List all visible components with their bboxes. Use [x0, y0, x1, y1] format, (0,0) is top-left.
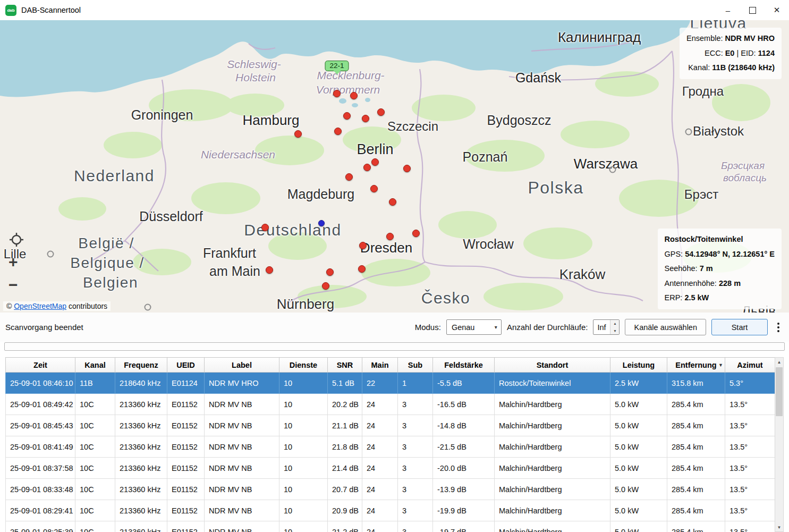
transmitter-dot[interactable]	[326, 268, 334, 276]
select-channels-button[interactable]: Kanäle auswählen	[625, 319, 706, 335]
table-cell: 285.4 km	[667, 458, 725, 479]
table-cell: 20.7 dB	[328, 479, 362, 500]
table-row[interactable]: 25-09-01 08:46:1011B218640 kHzE01124NDR …	[6, 373, 775, 394]
transmitter-dot[interactable]	[363, 164, 371, 171]
transmitter-dot[interactable]	[322, 282, 329, 290]
column-header-zeit[interactable]: Zeit	[6, 358, 75, 373]
spinner-buttons[interactable]: ▲ ▼	[610, 320, 619, 334]
map-place-label: Groningen	[131, 107, 193, 123]
transmitter-dot[interactable]	[294, 130, 302, 138]
selected-transmitter-marker[interactable]: 22-1	[325, 61, 349, 71]
transmitter-dot[interactable]	[362, 115, 369, 122]
transmitter-dot[interactable]	[343, 112, 351, 120]
transmitter-dot[interactable]	[389, 198, 396, 206]
erp-label: ERP:	[665, 293, 683, 302]
zoom-in-icon: +	[9, 253, 18, 271]
table-cell: 25-09-01 08:49:42	[6, 394, 75, 415]
table-cell: Rostock/Toitenwinkel	[495, 373, 610, 394]
column-header-main[interactable]: Main	[362, 358, 398, 373]
column-header-sub[interactable]: Sub	[398, 358, 433, 373]
openstreetmap-link[interactable]: OpenStreetMap	[14, 302, 66, 310]
table-cell: Malchin/Hardtberg	[495, 500, 610, 521]
runs-spinner[interactable]: Inf ▲ ▼	[593, 319, 620, 335]
transmitter-dot[interactable]	[261, 224, 269, 231]
antenna-height-value: 228 m	[719, 279, 741, 288]
transmitter-dot[interactable]	[358, 265, 366, 273]
map-place-label: am Main	[209, 264, 260, 279]
column-header-dienste[interactable]: Dienste	[279, 358, 328, 373]
table-cell: E01152	[167, 458, 205, 479]
transmitter-dot[interactable]	[386, 233, 394, 240]
transmitter-dot[interactable]	[359, 242, 367, 249]
table-row[interactable]: 25-09-01 08:49:4210C213360 kHzE01152NDR …	[6, 394, 775, 415]
modus-value: Genau	[452, 323, 475, 332]
elevation-label: Seehöhe:	[665, 264, 698, 273]
kebab-menu-icon	[777, 323, 779, 325]
map-place-label: Białystok	[693, 124, 744, 139]
receiver-position-dot[interactable]	[318, 220, 325, 226]
map-place-label: Schleswig-	[227, 58, 281, 71]
chevron-down-icon: ▾	[495, 324, 497, 330]
transmitter-dot[interactable]	[350, 92, 358, 99]
map[interactable]: LietuvaКалининградSchleswig-HolsteinMeck…	[0, 20, 789, 313]
table-row[interactable]: 25-09-01 08:29:4110C213360 kHzE01152NDR …	[6, 500, 775, 521]
maximize-icon	[749, 7, 756, 14]
transmitter-dot[interactable]	[345, 173, 353, 181]
scroll-down-button[interactable]: ▼	[775, 523, 783, 531]
column-header-azimut[interactable]: Azimut	[725, 358, 775, 373]
town-ring-icon	[47, 251, 54, 258]
map-place-label: België /	[78, 235, 134, 252]
table-cell: -14.8 dB	[433, 415, 495, 436]
transmitter-dot[interactable]	[266, 266, 273, 274]
map-place-label: Dresden	[360, 240, 412, 256]
column-header-leistung[interactable]: Leistung	[610, 358, 667, 373]
minimize-button[interactable]: –	[716, 0, 740, 20]
zoom-out-button[interactable]: −	[9, 277, 18, 293]
transmitter-dot[interactable]	[403, 165, 411, 172]
eid-value: 1124	[758, 49, 775, 57]
column-header-feldst-rke[interactable]: Feldstärke	[433, 358, 495, 373]
table-scrollbar[interactable]: ▲ ▼	[775, 357, 784, 532]
table-cell: 10C	[75, 479, 115, 500]
transmitter-dot[interactable]	[371, 158, 379, 166]
table-cell: Malchin/Hardtberg	[495, 415, 610, 436]
table-cell: 21.2 dB	[328, 521, 362, 532]
results-table: ZeitKanalFrequenzUEIDLabelDiensteSNRMain…	[5, 357, 775, 532]
spinner-down-icon[interactable]: ▼	[610, 327, 619, 335]
zoom-in-button[interactable]: +	[9, 254, 18, 270]
locate-button[interactable]	[9, 232, 24, 250]
column-header-frequenz[interactable]: Frequenz	[115, 358, 167, 373]
column-header-entfernung[interactable]: Entfernung▼	[667, 358, 725, 373]
kanal-label: Kanal:	[688, 63, 710, 72]
scroll-up-button[interactable]: ▲	[775, 358, 783, 366]
table-cell: 13.5°	[725, 458, 775, 479]
column-header-standort[interactable]: Standort	[495, 358, 610, 373]
table-row[interactable]: 25-09-01 08:33:4810C213360 kHzE01152NDR …	[6, 479, 775, 500]
modus-dropdown[interactable]: Genau ▾	[446, 319, 502, 335]
table-cell: 10C	[75, 458, 115, 479]
separator: |	[736, 49, 739, 57]
spinner-up-icon[interactable]: ▲	[610, 320, 619, 327]
transmitter-dot[interactable]	[412, 230, 420, 237]
table-row[interactable]: 25-09-01 08:41:4910C213360 kHzE01152NDR …	[6, 436, 775, 458]
town-ring-icon	[145, 304, 151, 311]
overflow-menu-button[interactable]	[774, 323, 783, 332]
transmitter-dot[interactable]	[334, 128, 342, 135]
column-header-kanal[interactable]: Kanal	[75, 358, 115, 373]
transmitter-dot[interactable]	[370, 185, 378, 192]
maximize-button[interactable]	[740, 0, 765, 20]
transmitter-dot[interactable]	[377, 108, 385, 116]
table-cell: 25-09-01 08:45:43	[6, 415, 75, 436]
column-header-snr[interactable]: SNR	[328, 358, 362, 373]
column-header-label[interactable]: Label	[205, 358, 279, 373]
table-cell: 5.3°	[725, 373, 775, 394]
table-cell: 10	[279, 436, 328, 458]
scrollbar-thumb[interactable]	[776, 367, 783, 416]
table-row[interactable]: 25-09-01 08:45:4310C213360 kHzE01152NDR …	[6, 415, 775, 436]
column-header-ueid[interactable]: UEID	[167, 358, 205, 373]
transmitter-dot[interactable]	[333, 90, 341, 97]
table-row[interactable]: 25-09-01 08:37:5810C213360 kHzE01152NDR …	[6, 458, 775, 479]
close-button[interactable]: ✕	[765, 0, 789, 20]
start-button[interactable]: Start	[711, 319, 768, 335]
table-row[interactable]: 25-09-01 08:25:3910C213360 kHzE01152NDR …	[6, 521, 775, 532]
